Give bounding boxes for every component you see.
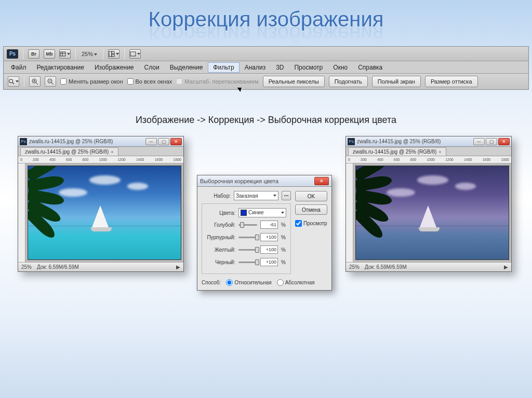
ps-app-icon: Ps <box>348 138 355 145</box>
colors-label: Цвета: <box>206 210 235 216</box>
slider-value[interactable]: +100 <box>260 245 278 254</box>
ruler-tick: 1000 <box>99 158 107 161</box>
slider-thumb[interactable] <box>255 247 259 253</box>
ps-logo-icon[interactable]: Ps <box>7 49 18 59</box>
menu-item-просмотр[interactable]: Просмотр <box>289 62 328 73</box>
document-window-after: Ps zwalls.ru-14415.jpg @ 25% (RGB/8) ─ ▢… <box>345 136 512 272</box>
slider-unit: % <box>281 247 286 253</box>
slider-thumb[interactable] <box>240 222 244 228</box>
status-docsize: Док: 6.59M/6.59M <box>365 264 407 270</box>
svg-line-8 <box>12 83 14 84</box>
ps-app-icon: Ps <box>20 138 27 145</box>
slider-unit: % <box>281 235 286 240</box>
svg-point-17 <box>286 195 287 196</box>
fit-screen-button[interactable]: Подогнать <box>329 76 368 87</box>
slider-value[interactable]: +100 <box>260 258 278 266</box>
menu-item-окно[interactable]: Окно <box>328 62 353 73</box>
ok-button[interactable]: OK <box>295 191 327 201</box>
minibridge-icon[interactable]: Mb <box>44 49 55 59</box>
menu-item-редактирование[interactable]: Редактирование <box>32 62 89 73</box>
tab-close-icon[interactable]: × <box>111 149 113 155</box>
minimize-button[interactable]: ─ <box>145 138 157 145</box>
sliders-group: Цвета: Синие Голубой:-61%Пурпурный:+100%… <box>202 203 291 274</box>
svg-rect-4 <box>112 51 114 54</box>
actual-pixels-button[interactable]: Реальные пикселы <box>263 76 325 87</box>
menu-item-3d[interactable]: 3D <box>271 62 289 73</box>
menu-item-справка[interactable]: Справка <box>353 62 388 73</box>
menu-bar: ФайлРедактированиеИзображениеСлоиВыделен… <box>4 61 528 74</box>
close-button[interactable]: ✕ <box>498 138 510 145</box>
slider-label: Желтый: <box>206 247 235 253</box>
ruler-tick: 0 <box>20 158 22 161</box>
menu-item-слои[interactable]: Слои <box>139 62 165 73</box>
bridge-icon[interactable]: Br <box>28 49 39 59</box>
ruler-tick: 800 <box>83 158 89 161</box>
slider-unit: % <box>281 222 286 228</box>
menu-item-изображение[interactable]: Изображение <box>89 62 139 73</box>
document-tab[interactable]: zwalls.ru-14415.jpg @ 25% (RGB/8)× <box>20 147 118 156</box>
zoom-out-icon[interactable] <box>45 76 56 87</box>
all-windows-checkbox[interactable]: Во всех окнах <box>127 78 172 85</box>
svg-rect-3 <box>109 51 112 57</box>
menu-item-выделение[interactable]: Выделение <box>165 62 208 73</box>
colors-select[interactable]: Синие <box>238 208 286 217</box>
preset-select[interactable]: Заказная <box>234 191 278 200</box>
preset-options-icon[interactable] <box>282 191 291 200</box>
zoom-in-icon[interactable] <box>29 76 41 87</box>
resize-windows-checkbox[interactable]: Менять размер окон <box>60 78 123 85</box>
slider-row: Голубой:-61% <box>206 221 286 229</box>
slider-thumb[interactable] <box>255 235 259 240</box>
print-size-button[interactable]: Размер оттиска <box>425 76 478 87</box>
document-tab[interactable]: zwalls.ru-14415.jpg @ 25% (RGB/8)× <box>348 147 446 156</box>
slider-row: Желтый:+100% <box>206 245 286 254</box>
slider-thumb[interactable] <box>255 259 259 265</box>
ruler-tick: 1400 <box>136 158 144 161</box>
ruler-tick: 1200 <box>445 158 454 161</box>
close-button[interactable]: ✕ <box>170 138 182 145</box>
ruler-tick: 1600 <box>155 158 163 161</box>
zoom-dropdown[interactable]: 25% <box>81 51 98 57</box>
minimize-button[interactable]: ─ <box>473 138 485 145</box>
status-zoom: 25% <box>349 264 360 270</box>
screen-mode-icon[interactable] <box>129 49 141 59</box>
maximize-button[interactable]: ▢ <box>158 138 169 145</box>
selective-color-dialog: Выборочная коррекция цвета ✕ OK Отмена П… <box>197 175 332 291</box>
full-screen-button[interactable]: Полный экран <box>372 76 421 87</box>
method-absolute-radio[interactable]: Абсолютная <box>277 279 315 286</box>
slider-label: Пурпурный: <box>206 235 235 240</box>
svg-rect-5 <box>112 54 114 57</box>
slider-track[interactable] <box>238 224 257 226</box>
menu-item-фильтр[interactable]: Фильтр <box>208 62 239 73</box>
menu-item-анализ[interactable]: Анализ <box>240 62 271 73</box>
slider-track[interactable] <box>238 237 257 238</box>
status-docsize: Док: 6.59M/6.59M <box>37 264 79 270</box>
ruler-tick: 800 <box>410 158 417 161</box>
divider <box>75 49 76 59</box>
ruler-tick: 1000 <box>427 158 435 161</box>
method-label: Способ: <box>202 280 221 285</box>
tool-options-bar: Менять размер окон Во всех окнах Масштаб… <box>4 74 528 89</box>
method-relative-radio[interactable]: Относительная <box>226 279 271 286</box>
slider-track[interactable] <box>238 249 257 251</box>
slider-track[interactable] <box>238 262 257 263</box>
history-icon[interactable] <box>59 49 71 59</box>
slider-value[interactable]: +100 <box>260 233 278 241</box>
zoom-tool-icon[interactable] <box>8 76 19 87</box>
slider-value[interactable]: -61 <box>260 221 278 229</box>
ruler-tick: 600 <box>66 158 72 161</box>
status-zoom: 25% <box>21 264 32 270</box>
ruler-horizontal: 020040060080010001200140016001800 <box>346 156 511 163</box>
photoshop-toolbar: Ps Br Mb 25% ФайлРедактированиеИзображен… <box>3 46 529 90</box>
window-title: zwalls.ru-14415.jpg @ 25% (RGB/8) <box>29 139 143 144</box>
preview-checkbox[interactable]: Просмотр <box>295 220 327 227</box>
menu-item-файл[interactable]: Файл <box>6 62 32 73</box>
slider-row: Пурпурный:+100% <box>206 233 286 241</box>
cancel-button[interactable]: Отмена <box>295 204 327 215</box>
svg-rect-0 <box>60 52 65 56</box>
tab-close-icon[interactable]: × <box>438 149 441 155</box>
arrange-icon[interactable] <box>108 49 119 59</box>
maximize-button[interactable]: ▢ <box>486 138 497 145</box>
dialog-close-button[interactable]: ✕ <box>314 177 329 185</box>
ruler-tick: 1800 <box>501 158 509 161</box>
slider-row: Черный:+100% <box>206 258 286 266</box>
